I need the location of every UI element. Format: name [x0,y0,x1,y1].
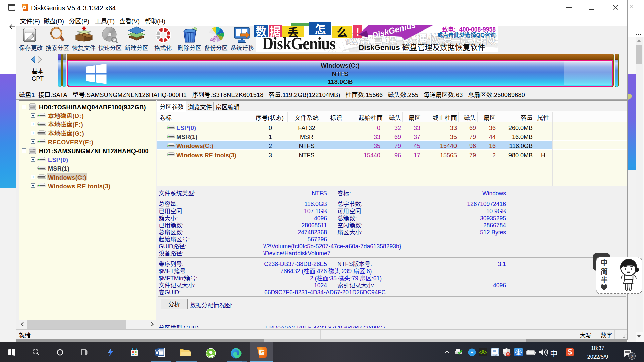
svg-text:intel: intel [493,354,497,356]
